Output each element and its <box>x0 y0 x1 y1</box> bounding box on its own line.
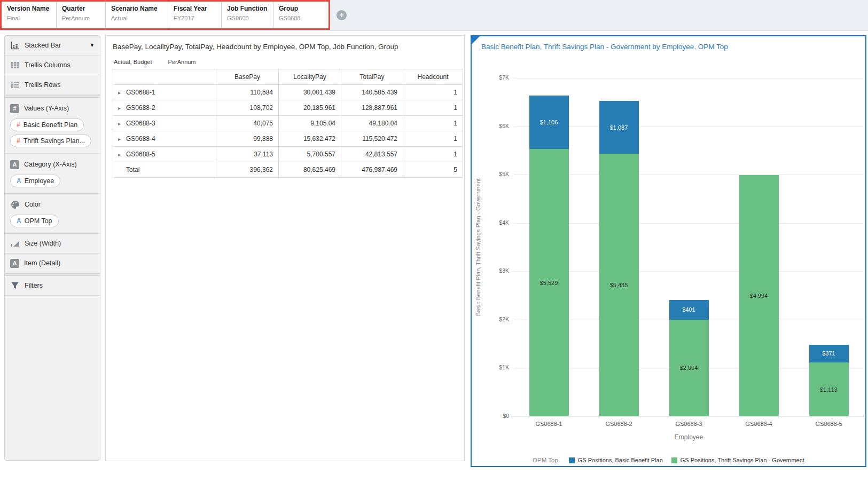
values-section-label: Values (Y-Axis) <box>24 105 69 112</box>
bar-segment[interactable]: $401 <box>669 300 709 319</box>
measure-pill-thrift-savings-plan[interactable]: # Thrift Savings Plan... <box>10 135 91 147</box>
filter-group[interactable]: Group GS0688 <box>273 2 325 28</box>
bar-segment[interactable]: $2,004 <box>669 320 709 417</box>
chart-type-selector[interactable]: Stacked Bar ▼ <box>5 36 100 56</box>
filter-label: Job Function <box>227 5 268 12</box>
bar-segment[interactable]: $1,106 <box>529 96 569 149</box>
selected-corner-marker-icon <box>472 36 480 44</box>
y-tick-label: $0 <box>486 413 509 419</box>
trellis-rows-dropzone[interactable]: Trellis Rows <box>5 75 100 95</box>
row-header-cell[interactable]: ▸GS0688-5 <box>113 147 216 162</box>
value-cell: 20,185.961 <box>279 100 341 116</box>
table-row[interactable]: ▸GS0688-2108,70220,185.961128,887.9611 <box>113 100 463 116</box>
column-header[interactable]: BasePay <box>216 69 279 85</box>
chart-type-label: Stacked Bar <box>25 42 61 49</box>
filters-dropzone[interactable]: Filters <box>5 276 100 296</box>
table-header-row: BasePay LocalityPay TotalPay Headcount <box>113 69 463 85</box>
table-row[interactable]: ▸Total396,36280,625.469476,987.4695 <box>113 162 463 178</box>
filter-scenario-name[interactable]: Scenario Name Actual <box>106 2 168 28</box>
attribute-pill-employee[interactable]: A Employee <box>10 175 60 187</box>
stacked-bar[interactable]: $401$2,004 <box>669 300 709 416</box>
table-row[interactable]: ▸GS0688-340,0759,105.0449,180.041 <box>113 116 463 131</box>
stacked-bar[interactable]: $4,994 <box>739 175 779 416</box>
value-cell: 5 <box>403 162 463 178</box>
value-cell: 30,001.439 <box>279 85 341 100</box>
bar-value-label: $5,529 <box>540 280 558 286</box>
bar-segment[interactable]: $5,529 <box>529 149 569 416</box>
row-header-cell[interactable]: ▸GS0688-2 <box>113 100 216 116</box>
expand-icon[interactable]: ▸ <box>118 90 122 96</box>
chevron-down-icon[interactable]: ▼ <box>90 43 95 48</box>
bar-segment[interactable]: $1,113 <box>809 362 849 416</box>
value-cell: 5,700.557 <box>279 147 341 162</box>
attribute-icon: A <box>10 259 19 268</box>
filter-job-function[interactable]: Job Function GS0600 <box>222 2 273 28</box>
value-cell: 1 <box>403 147 463 162</box>
bar-value-label: $2,004 <box>680 365 698 371</box>
trellis-columns-dropzone[interactable]: Trellis Columns <box>5 56 100 75</box>
row-header-cell[interactable]: ▸GS0688-3 <box>113 116 216 131</box>
bar-value-label: $4,994 <box>750 293 768 299</box>
bar-segment[interactable]: $371 <box>809 345 849 363</box>
filter-value: GS0688 <box>279 15 320 21</box>
row-header-cell[interactable]: ▸GS0688-1 <box>113 85 216 100</box>
stacked-bar[interactable]: $1,106$5,529 <box>529 96 569 416</box>
gridline <box>514 78 864 78</box>
expand-icon[interactable]: ▸ <box>118 136 122 142</box>
value-cell: 1 <box>403 116 463 131</box>
attribute-pill-opm-top[interactable]: A OPM Top <box>10 215 59 227</box>
bar-segment[interactable]: $4,994 <box>739 175 779 416</box>
value-cell: 110,584 <box>216 85 279 100</box>
chart-legend: OPM Top GS Positions, Basic Benefit Plan… <box>472 457 865 463</box>
value-cell: 49,180.04 <box>341 116 403 131</box>
column-header[interactable]: Headcount <box>403 69 463 85</box>
add-filter-button[interactable]: + <box>337 10 347 20</box>
row-header-corner <box>113 69 216 85</box>
attribute-icon: A <box>10 160 19 169</box>
category-x-axis-section[interactable]: A Category (X-Axis) A Employee <box>5 154 100 194</box>
legend-swatch-icon <box>569 457 575 463</box>
filter-label: Group <box>279 5 320 12</box>
table-row[interactable]: ▸GS0688-1110,58430,001.439140,585.4391 <box>113 85 463 100</box>
size-ramp-icon <box>10 239 20 248</box>
stacked-bar-icon <box>10 41 20 50</box>
column-header[interactable]: TotalPay <box>341 69 403 85</box>
measure-hash-icon: # <box>17 137 20 145</box>
expand-icon[interactable]: ▸ <box>118 105 122 111</box>
filter-version-name[interactable]: Version Name Final <box>2 2 57 28</box>
measure-pill-basic-benefit-plan[interactable]: # Basic Benefit Plan <box>10 118 84 131</box>
filter-label: Version Name <box>7 5 51 12</box>
filter-quarter[interactable]: Quarter PerAnnum <box>57 2 106 28</box>
values-y-axis-section[interactable]: # Values (Y-Axis) # Basic Benefit Plan #… <box>5 98 100 154</box>
expand-icon[interactable]: ▸ <box>118 152 122 157</box>
table-row[interactable]: ▸GS0688-537,1135,700.55742,813.5571 <box>113 147 463 162</box>
pill-label: Employee <box>25 177 54 185</box>
value-cell: 15,632.472 <box>279 131 341 147</box>
value-cell: 140,585.439 <box>341 85 403 100</box>
legend-item[interactable]: GS Positions, Thrift Savings Plan - Gove… <box>671 457 804 463</box>
attribute-a-icon: A <box>17 177 21 185</box>
stacked-bar[interactable]: $1,087$5,435 <box>599 101 639 416</box>
color-section-label: Color <box>25 201 41 208</box>
item-detail-dropzone[interactable]: A Item (Detail) <box>5 254 100 273</box>
row-header-cell[interactable]: ▸GS0688-4 <box>113 131 216 147</box>
column-header[interactable]: LocalityPay <box>279 69 341 85</box>
bar-segment[interactable]: $1,087 <box>599 101 639 153</box>
table-row[interactable]: ▸GS0688-499,88815,632.472115,520.4721 <box>113 131 463 147</box>
filter-fiscal-year[interactable]: Fiscal Year FY2017 <box>168 2 222 28</box>
x-tick-label: GS0688-5 <box>794 421 864 427</box>
expand-icon[interactable]: ▸ <box>118 121 122 127</box>
x-tick-label: GS0688-1 <box>514 421 584 427</box>
x-tick-label: GS0688-2 <box>584 421 654 427</box>
row-header-cell[interactable]: ▸Total <box>113 162 216 178</box>
legend-item[interactable]: GS Positions, Basic Benefit Plan <box>569 457 663 463</box>
y-tick-label: $6K <box>486 123 509 129</box>
y-axis-title: Basic Benefit Plan, Thrift Savings Plan … <box>475 78 481 416</box>
stacked-bar[interactable]: $371$1,113 <box>809 345 849 416</box>
trellis-rows-label: Trellis Rows <box>25 81 61 89</box>
value-cell: 115,520.472 <box>341 131 403 147</box>
color-section[interactable]: Color A OPM Top <box>5 194 100 234</box>
pill-label: Basic Benefit Plan <box>24 121 77 129</box>
bar-segment[interactable]: $5,435 <box>599 154 639 416</box>
size-width-dropzone[interactable]: Size (Width) <box>5 234 100 254</box>
